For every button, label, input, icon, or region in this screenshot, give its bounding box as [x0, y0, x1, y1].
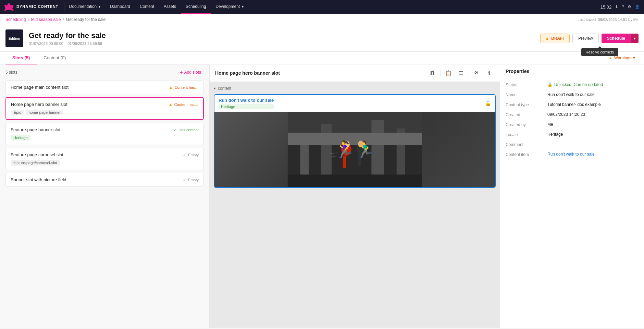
resolve-conflicts-tooltip[interactable]: Resolve conflicts [581, 48, 618, 56]
slot-tag: Epic [11, 110, 24, 115]
nav-scheduling[interactable]: Scheduling [181, 0, 211, 14]
expand-icon[interactable]: ⬇ [615, 4, 618, 9]
property-row-content-type: Content type Tutorial banner- doc exampl… [500, 100, 644, 110]
hero-image [214, 112, 495, 187]
slot-tags: feature-page/carousel-slot [11, 160, 199, 166]
tabs: Slots (5) Content (0) [5, 52, 73, 64]
svg-rect-8 [288, 174, 422, 187]
list-view-button[interactable]: ☰ [456, 68, 466, 78]
slot-card[interactable]: Banner slot with picture field ✓ Empty [5, 173, 204, 187]
content-card: Run don't walk to our sale Heritage 🔓 [214, 94, 496, 188]
content-card-image [214, 112, 495, 187]
properties-panel: Properties Status 🔒 Unlocked: Can be upd… [500, 64, 644, 328]
slot-name: Home page hero banner slot [11, 102, 67, 107]
help-icon[interactable]: ? [622, 4, 624, 9]
slot-card-header: Home page hero banner slot ▲ Content has… [11, 102, 198, 107]
chevron-down-icon: ▾ [633, 56, 635, 60]
property-row-locale: Locale Heritage [500, 130, 644, 139]
page-dates: 01/07/2023 00:00:00 – 01/08/2023 23:59:5… [29, 41, 535, 46]
preview-button[interactable]: Preview [572, 34, 599, 43]
svg-point-11 [343, 141, 350, 148]
properties-title: Properties [500, 64, 644, 77]
slot-tags: Epic home-page-banner [11, 110, 198, 115]
schedule-button[interactable]: Schedule [602, 34, 631, 43]
nav-documentation[interactable]: Documentation ▾ [64, 0, 106, 14]
status-label: Content has… [174, 102, 198, 107]
nav-dashboard[interactable]: Dashboard [105, 0, 135, 14]
delete-button[interactable]: 🗑 [427, 68, 437, 78]
slot-card[interactable]: Feature page carousel slot ✓ Empty featu… [5, 148, 204, 170]
status-label: Content has… [175, 85, 199, 89]
slot-status: ✓ Empty [183, 153, 199, 157]
schedule-button-group: Schedule ▾ [602, 34, 639, 43]
page-title: Get ready for the sale [29, 31, 535, 40]
center-panel-header: Home page hero banner slot 🗑 📋 ☰ 👁 ℹ [210, 64, 500, 82]
property-label-comment: Comment [506, 142, 543, 147]
breadcrumb-mid-season[interactable]: Mid season sale [31, 17, 61, 22]
tab-content[interactable]: Content (0) [37, 52, 73, 64]
property-label-created: Created [506, 112, 543, 117]
user-icon[interactable]: 👤 [635, 4, 640, 9]
info-button[interactable]: ℹ [484, 68, 494, 78]
nav-content[interactable]: Content [135, 0, 159, 14]
slot-name: Home page main content slot [11, 85, 69, 90]
slot-card[interactable]: Home page hero banner slot ▲ Content has… [5, 97, 204, 120]
slot-card[interactable]: Feature page banner slot ✓ Has content H… [5, 123, 204, 145]
property-label-locale: Locale [506, 132, 543, 137]
content-label[interactable]: ▾ content [214, 86, 496, 91]
settings-icon[interactable]: ⚙ [628, 4, 631, 9]
logo-icon [4, 2, 14, 12]
warning-triangle-icon: ▲ [545, 36, 549, 41]
visibility-button[interactable]: 👁 [472, 68, 482, 78]
check-icon: ✓ [173, 127, 177, 132]
nav-development[interactable]: Development ▾ [211, 0, 248, 14]
slot-card-header: Feature page banner slot ✓ Has content [11, 127, 199, 132]
clock-display: 15:02 [600, 4, 612, 10]
content-card-header: Run don't walk to our sale Heritage 🔓 [214, 95, 495, 112]
center-actions: 🗑 📋 ☰ 👁 ℹ [427, 68, 494, 78]
property-value-content-item[interactable]: Run don't walk to our sale [547, 152, 639, 157]
svg-rect-13 [358, 155, 361, 166]
svg-rect-10 [343, 156, 346, 168]
schedule-dropdown-button[interactable]: ▾ [631, 34, 639, 43]
warning-icon: ▲ [169, 102, 173, 107]
property-value-name: Run don't walk to our sale [547, 92, 639, 97]
slot-tags: Heritage [11, 135, 199, 141]
property-row-name: Name Run don't walk to our sale [500, 90, 644, 100]
plus-icon: + [179, 69, 183, 75]
property-label-status: Status [506, 82, 543, 87]
slot-tag: home-page-banner [26, 110, 63, 115]
property-value-created: 09/02/2023 14:20:23 [547, 112, 639, 117]
breadcrumb-current: Get ready for the sale [66, 17, 106, 22]
center-title: Home page hero banner slot [215, 70, 280, 76]
property-value-content-type: Tutorial banner- doc example [547, 102, 639, 107]
copy-button[interactable]: 📋 [443, 68, 454, 78]
warning-triangle-icon: ▲ [608, 56, 612, 60]
property-value-created-by: Me [547, 122, 639, 127]
breadcrumb-separator: / [63, 17, 64, 22]
page-title-area: Get ready for the sale 01/07/2023 00:00:… [29, 31, 535, 46]
slot-status: ✓ Has content [173, 127, 199, 132]
property-row-status: Status 🔒 Unlocked: Can be updated [500, 80, 644, 90]
breadcrumb-scheduling[interactable]: Scheduling [5, 17, 26, 22]
slot-name: Feature page carousel slot [11, 152, 63, 157]
svg-rect-7 [288, 133, 422, 145]
svg-point-9 [341, 143, 351, 156]
last-saved-text: Last saved: 09/02/2023 14:51 by Me [578, 17, 639, 22]
slot-tag: feature-page/carousel-slot [11, 160, 60, 166]
slot-status: ▲ Content has… [169, 102, 198, 107]
draft-badge: ▲ DRAFT [540, 34, 570, 43]
properties-table: Status 🔒 Unlocked: Can be updated Name R… [500, 77, 644, 162]
add-slots-button[interactable]: + Add slots [177, 68, 204, 77]
property-value-locale: Heritage [547, 132, 639, 137]
edition-badge: Edition [5, 29, 23, 47]
breadcrumb: Scheduling / Mid season sale / Get ready… [0, 14, 644, 25]
slot-card[interactable]: Home page main content slot ▲ Content ha… [5, 80, 204, 94]
slot-tag: Heritage [11, 135, 30, 141]
check-icon: ✓ [183, 153, 186, 157]
tab-slots[interactable]: Slots (5) [5, 52, 37, 64]
nav-assets[interactable]: Assets [159, 0, 181, 14]
nav-right-controls: 15:02 ⬇ ? ⚙ 👤 [600, 4, 640, 10]
property-row-comment: Comment [500, 139, 644, 149]
chevron-down-icon: ▾ [214, 86, 216, 91]
